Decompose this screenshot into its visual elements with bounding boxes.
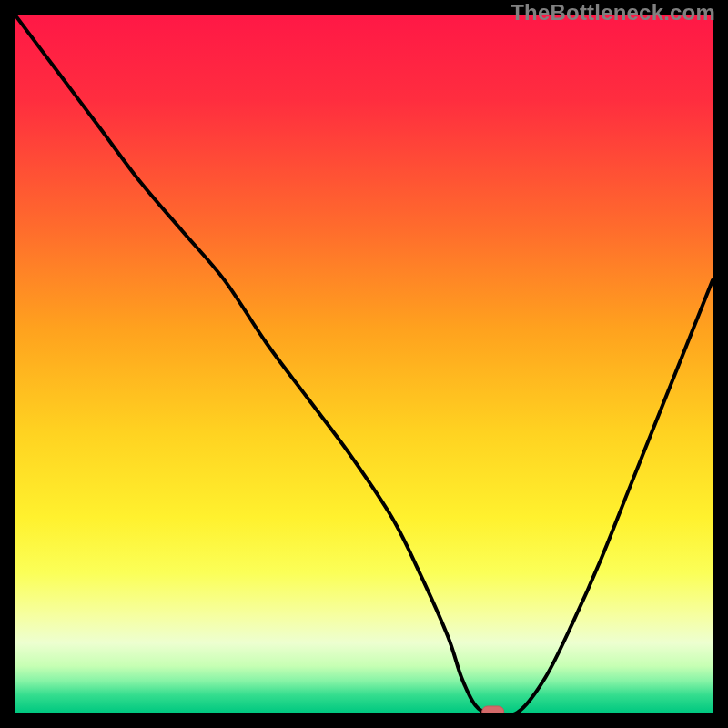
plot-area [15, 15, 713, 713]
chart-stage: TheBottleneck.com [0, 0, 728, 728]
optimal-point-marker [482, 706, 504, 713]
plot-svg [15, 15, 713, 713]
gradient-background [15, 15, 713, 713]
attribution-watermark: TheBottleneck.com [511, 0, 715, 25]
